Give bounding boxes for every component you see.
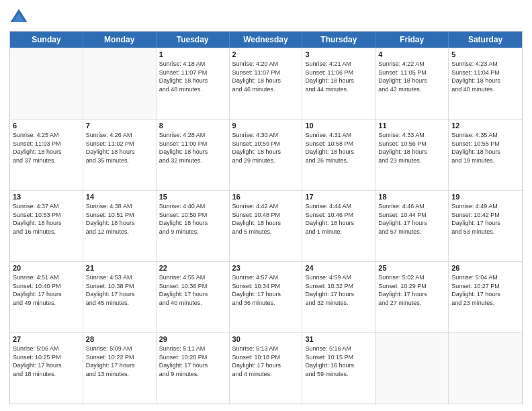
cal-row-2: 13Sunrise: 4:37 AM Sunset: 10:53 PM Dayl…: [10, 190, 522, 261]
cal-row-1: 6Sunrise: 4:25 AM Sunset: 11:03 PM Dayli…: [10, 119, 522, 190]
day-info: Sunrise: 4:44 AM Sunset: 10:46 PM Daylig…: [305, 202, 372, 236]
cal-cell: 13Sunrise: 4:37 AM Sunset: 10:53 PM Dayl…: [10, 191, 83, 261]
day-number: 15: [159, 193, 226, 201]
cal-cell: 5Sunrise: 4:23 AM Sunset: 11:04 PM Dayli…: [449, 48, 522, 119]
cal-cell: 1Sunrise: 4:18 AM Sunset: 11:07 PM Dayli…: [157, 48, 230, 119]
day-info: Sunrise: 4:22 AM Sunset: 11:05 PM Daylig…: [378, 60, 445, 93]
day-info: Sunrise: 5:06 AM Sunset: 10:25 PM Daylig…: [13, 345, 80, 378]
day-number: 6: [13, 122, 80, 130]
logo-icon: [9, 8, 28, 27]
day-number: 23: [232, 264, 300, 272]
day-number: 9: [232, 122, 300, 130]
day-info: Sunrise: 4:37 AM Sunset: 10:53 PM Daylig…: [13, 202, 80, 236]
day-info: Sunrise: 4:33 AM Sunset: 10:56 PM Daylig…: [378, 131, 445, 165]
day-info: Sunrise: 5:04 AM Sunset: 10:27 PM Daylig…: [451, 273, 519, 307]
day-number: 21: [86, 264, 153, 272]
cal-cell: 6Sunrise: 4:25 AM Sunset: 11:03 PM Dayli…: [10, 120, 83, 190]
cal-cell: 11Sunrise: 4:33 AM Sunset: 10:56 PM Dayl…: [375, 120, 449, 190]
day-info: Sunrise: 4:51 AM Sunset: 10:40 PM Daylig…: [13, 273, 80, 307]
day-number: 8: [159, 122, 226, 130]
day-number: 11: [378, 122, 445, 130]
day-number: 27: [13, 335, 80, 343]
day-number: 4: [378, 50, 445, 58]
day-info: Sunrise: 4:42 AM Sunset: 10:48 PM Daylig…: [232, 202, 300, 236]
cal-cell: 7Sunrise: 4:26 AM Sunset: 11:02 PM Dayli…: [83, 120, 157, 190]
day-info: Sunrise: 4:23 AM Sunset: 11:04 PM Daylig…: [451, 60, 519, 93]
cal-cell: 21Sunrise: 4:53 AM Sunset: 10:38 PM Dayl…: [83, 262, 157, 332]
cal-cell: [375, 333, 449, 404]
day-info: Sunrise: 5:11 AM Sunset: 10:20 PM Daylig…: [159, 345, 226, 378]
day-number: 31: [305, 335, 372, 343]
day-number: 26: [451, 264, 519, 272]
day-info: Sunrise: 5:16 AM Sunset: 10:15 PM Daylig…: [305, 345, 372, 378]
day-number: 7: [86, 122, 153, 130]
cal-cell: 2Sunrise: 4:20 AM Sunset: 11:07 PM Dayli…: [230, 48, 303, 119]
day-info: Sunrise: 4:55 AM Sunset: 10:36 PM Daylig…: [159, 273, 226, 307]
cal-row-0: 1Sunrise: 4:18 AM Sunset: 11:07 PM Dayli…: [10, 48, 522, 119]
cal-cell: 24Sunrise: 4:59 AM Sunset: 10:32 PM Dayl…: [302, 262, 375, 332]
day-number: 24: [305, 264, 372, 272]
day-number: 2: [232, 50, 300, 58]
cal-cell: 16Sunrise: 4:42 AM Sunset: 10:48 PM Dayl…: [230, 191, 303, 261]
day-number: 17: [305, 193, 372, 201]
day-info: Sunrise: 4:30 AM Sunset: 10:59 PM Daylig…: [232, 131, 300, 165]
cal-cell: 3Sunrise: 4:21 AM Sunset: 11:06 PM Dayli…: [302, 48, 375, 119]
day-number: 10: [305, 122, 372, 130]
cal-cell: [10, 48, 83, 119]
day-info: Sunrise: 4:25 AM Sunset: 11:03 PM Daylig…: [13, 131, 80, 165]
page: SundayMondayTuesdayWednesdayThursdayFrid…: [0, 0, 532, 411]
header: [9, 7, 523, 27]
calendar-header: SundayMondayTuesdayWednesdayThursdayFrid…: [10, 32, 522, 48]
day-info: Sunrise: 4:40 AM Sunset: 10:50 PM Daylig…: [159, 202, 226, 236]
day-info: Sunrise: 4:57 AM Sunset: 10:34 PM Daylig…: [232, 273, 300, 307]
cal-cell: 27Sunrise: 5:06 AM Sunset: 10:25 PM Dayl…: [10, 333, 83, 404]
cal-row-3: 20Sunrise: 4:51 AM Sunset: 10:40 PM Dayl…: [10, 261, 522, 332]
day-info: Sunrise: 4:28 AM Sunset: 11:00 PM Daylig…: [159, 131, 226, 165]
day-info: Sunrise: 4:31 AM Sunset: 10:58 PM Daylig…: [305, 131, 372, 165]
day-number: 5: [451, 50, 519, 58]
cal-cell: 22Sunrise: 4:55 AM Sunset: 10:36 PM Dayl…: [157, 262, 230, 332]
cal-cell: 26Sunrise: 5:04 AM Sunset: 10:27 PM Dayl…: [449, 262, 522, 332]
cal-cell: [83, 48, 157, 119]
day-info: Sunrise: 4:26 AM Sunset: 11:02 PM Daylig…: [86, 131, 153, 165]
day-info: Sunrise: 4:18 AM Sunset: 11:07 PM Daylig…: [159, 60, 226, 93]
day-number: 1: [159, 50, 226, 58]
cal-cell: 29Sunrise: 5:11 AM Sunset: 10:20 PM Dayl…: [157, 333, 230, 404]
day-number: 25: [378, 264, 445, 272]
cal-cell: 17Sunrise: 4:44 AM Sunset: 10:46 PM Dayl…: [302, 191, 375, 261]
day-info: Sunrise: 4:53 AM Sunset: 10:38 PM Daylig…: [86, 273, 153, 307]
day-number: 19: [451, 193, 519, 201]
calendar: SundayMondayTuesdayWednesdayThursdayFrid…: [9, 31, 523, 404]
cal-header-cell-thursday: Thursday: [302, 32, 375, 48]
day-number: 28: [86, 335, 153, 343]
calendar-body: 1Sunrise: 4:18 AM Sunset: 11:07 PM Dayli…: [10, 48, 522, 404]
cal-cell: 4Sunrise: 4:22 AM Sunset: 11:05 PM Dayli…: [375, 48, 449, 119]
day-number: 13: [13, 193, 80, 201]
cal-cell: 18Sunrise: 4:46 AM Sunset: 10:44 PM Dayl…: [375, 191, 449, 261]
day-number: 29: [159, 335, 226, 343]
day-info: Sunrise: 4:46 AM Sunset: 10:44 PM Daylig…: [378, 202, 445, 236]
day-info: Sunrise: 4:20 AM Sunset: 11:07 PM Daylig…: [232, 60, 300, 93]
cal-cell: 19Sunrise: 4:49 AM Sunset: 10:42 PM Dayl…: [449, 191, 522, 261]
cal-cell: 25Sunrise: 5:02 AM Sunset: 10:29 PM Dayl…: [375, 262, 449, 332]
cal-header-cell-saturday: Saturday: [449, 32, 522, 48]
day-info: Sunrise: 4:49 AM Sunset: 10:42 PM Daylig…: [451, 202, 519, 236]
cal-header-cell-sunday: Sunday: [10, 32, 83, 48]
cal-cell: 15Sunrise: 4:40 AM Sunset: 10:50 PM Dayl…: [157, 191, 230, 261]
day-number: 12: [451, 122, 519, 130]
cal-cell: 8Sunrise: 4:28 AM Sunset: 11:00 PM Dayli…: [157, 120, 230, 190]
cal-header-cell-tuesday: Tuesday: [157, 32, 230, 48]
cal-cell: 23Sunrise: 4:57 AM Sunset: 10:34 PM Dayl…: [230, 262, 303, 332]
day-number: 3: [305, 50, 372, 58]
day-number: 30: [232, 335, 300, 343]
day-info: Sunrise: 4:35 AM Sunset: 10:55 PM Daylig…: [451, 131, 519, 165]
day-info: Sunrise: 4:38 AM Sunset: 10:51 PM Daylig…: [86, 202, 153, 236]
cal-row-4: 27Sunrise: 5:06 AM Sunset: 10:25 PM Dayl…: [10, 332, 522, 404]
cal-cell: 10Sunrise: 4:31 AM Sunset: 10:58 PM Dayl…: [302, 120, 375, 190]
day-number: 16: [232, 193, 300, 201]
logo: [9, 9, 30, 27]
cal-cell: 12Sunrise: 4:35 AM Sunset: 10:55 PM Dayl…: [449, 120, 522, 190]
day-info: Sunrise: 5:02 AM Sunset: 10:29 PM Daylig…: [378, 273, 445, 307]
day-info: Sunrise: 4:59 AM Sunset: 10:32 PM Daylig…: [305, 273, 372, 307]
day-number: 14: [86, 193, 153, 201]
